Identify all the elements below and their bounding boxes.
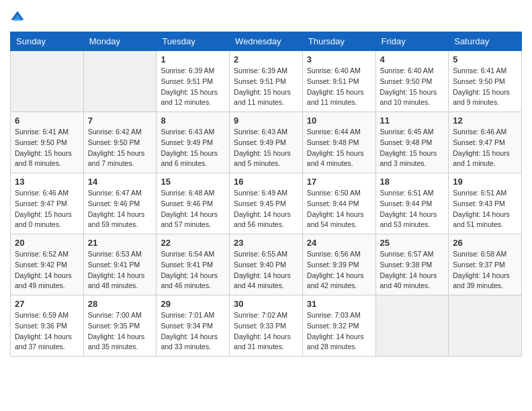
sunset-text: Sunset: 9:49 PM bbox=[234, 138, 298, 148]
day-number: 25 bbox=[380, 238, 445, 248]
day-number: 15 bbox=[161, 177, 225, 187]
sunrise-text: Sunrise: 6:53 AM bbox=[88, 249, 152, 260]
sunset-text: Sunset: 9:35 PM bbox=[88, 321, 152, 332]
day-number: 22 bbox=[161, 238, 225, 248]
daylight-text: Daylight: 15 hours and 6 minutes. bbox=[161, 148, 225, 170]
daylight-text: Daylight: 15 hours and 9 minutes. bbox=[453, 87, 517, 109]
calendar-cell: 22 Sunrise: 6:54 AM Sunset: 9:41 PM Dayl… bbox=[157, 234, 230, 295]
day-info: Sunrise: 6:48 AM Sunset: 9:46 PM Dayligh… bbox=[161, 188, 225, 230]
sunset-text: Sunset: 9:33 PM bbox=[234, 321, 298, 332]
sunset-text: Sunset: 9:43 PM bbox=[453, 199, 517, 210]
daylight-text: Daylight: 15 hours and 1 minute. bbox=[453, 148, 517, 170]
day-info: Sunrise: 6:47 AM Sunset: 9:46 PM Dayligh… bbox=[88, 188, 152, 230]
sunset-text: Sunset: 9:50 PM bbox=[380, 77, 445, 87]
calendar-cell: 18 Sunrise: 6:51 AM Sunset: 9:44 PM Dayl… bbox=[375, 173, 449, 234]
sunset-text: Sunset: 9:36 PM bbox=[15, 321, 79, 332]
daylight-text: Daylight: 14 hours and 53 minutes. bbox=[380, 210, 445, 231]
day-info: Sunrise: 6:51 AM Sunset: 9:43 PM Dayligh… bbox=[453, 188, 517, 230]
daylight-text: Daylight: 14 hours and 49 minutes. bbox=[15, 271, 79, 292]
daylight-text: Daylight: 14 hours and 48 minutes. bbox=[88, 271, 152, 292]
daylight-text: Daylight: 14 hours and 33 minutes. bbox=[161, 332, 225, 353]
sunset-text: Sunset: 9:41 PM bbox=[88, 260, 152, 271]
sunset-text: Sunset: 9:34 PM bbox=[161, 321, 225, 332]
weekday-header: Thursday bbox=[302, 32, 375, 51]
calendar-cell: 25 Sunrise: 6:57 AM Sunset: 9:38 PM Dayl… bbox=[375, 234, 449, 295]
sunrise-text: Sunrise: 6:46 AM bbox=[453, 127, 517, 138]
day-number: 16 bbox=[234, 177, 298, 187]
day-info: Sunrise: 6:43 AM Sunset: 9:49 PM Dayligh… bbox=[234, 127, 298, 169]
weekday-header: Tuesday bbox=[157, 32, 230, 51]
sunrise-text: Sunrise: 6:49 AM bbox=[234, 188, 298, 199]
sunrise-text: Sunrise: 7:00 AM bbox=[88, 310, 152, 321]
calendar-cell: 20 Sunrise: 6:52 AM Sunset: 9:42 PM Dayl… bbox=[11, 234, 84, 295]
sunset-text: Sunset: 9:51 PM bbox=[234, 77, 298, 87]
daylight-text: Daylight: 14 hours and 35 minutes. bbox=[88, 332, 152, 353]
day-info: Sunrise: 6:59 AM Sunset: 9:36 PM Dayligh… bbox=[15, 310, 79, 353]
calendar-week-row: 6 Sunrise: 6:41 AM Sunset: 9:50 PM Dayli… bbox=[11, 112, 522, 173]
day-info: Sunrise: 7:00 AM Sunset: 9:35 PM Dayligh… bbox=[88, 310, 152, 353]
day-info: Sunrise: 6:40 AM Sunset: 9:50 PM Dayligh… bbox=[380, 66, 445, 108]
sunrise-text: Sunrise: 6:51 AM bbox=[380, 188, 445, 199]
sunrise-text: Sunrise: 6:48 AM bbox=[161, 188, 225, 199]
daylight-text: Daylight: 14 hours and 31 minutes. bbox=[234, 332, 298, 353]
weekday-header: Wednesday bbox=[230, 32, 303, 51]
day-info: Sunrise: 6:52 AM Sunset: 9:42 PM Dayligh… bbox=[15, 249, 79, 291]
calendar-header-row: SundayMondayTuesdayWednesdayThursdayFrid… bbox=[11, 32, 522, 51]
calendar-week-row: 20 Sunrise: 6:52 AM Sunset: 9:42 PM Dayl… bbox=[11, 234, 522, 295]
day-info: Sunrise: 6:51 AM Sunset: 9:44 PM Dayligh… bbox=[380, 188, 445, 230]
calendar-cell: 29 Sunrise: 7:01 AM Sunset: 9:34 PM Dayl… bbox=[157, 295, 230, 357]
calendar-cell bbox=[83, 51, 157, 112]
day-info: Sunrise: 6:50 AM Sunset: 9:44 PM Dayligh… bbox=[307, 188, 371, 230]
sunrise-text: Sunrise: 6:54 AM bbox=[161, 249, 225, 260]
daylight-text: Daylight: 14 hours and 39 minutes. bbox=[453, 271, 517, 292]
calendar-cell: 30 Sunrise: 7:02 AM Sunset: 9:33 PM Dayl… bbox=[230, 295, 303, 357]
sunrise-text: Sunrise: 6:47 AM bbox=[88, 188, 152, 199]
page-header bbox=[10, 10, 522, 25]
sunset-text: Sunset: 9:48 PM bbox=[307, 138, 371, 148]
daylight-text: Daylight: 15 hours and 4 minutes. bbox=[307, 148, 371, 170]
calendar-cell: 8 Sunrise: 6:43 AM Sunset: 9:49 PM Dayli… bbox=[157, 112, 230, 173]
sunrise-text: Sunrise: 6:39 AM bbox=[161, 66, 225, 77]
day-info: Sunrise: 6:55 AM Sunset: 9:40 PM Dayligh… bbox=[234, 249, 298, 291]
day-info: Sunrise: 6:41 AM Sunset: 9:50 PM Dayligh… bbox=[453, 66, 517, 108]
calendar-cell: 19 Sunrise: 6:51 AM Sunset: 9:43 PM Dayl… bbox=[449, 173, 522, 234]
sunrise-text: Sunrise: 6:41 AM bbox=[453, 66, 517, 77]
daylight-text: Daylight: 15 hours and 3 minutes. bbox=[380, 148, 445, 170]
day-info: Sunrise: 6:40 AM Sunset: 9:51 PM Dayligh… bbox=[307, 66, 371, 108]
day-info: Sunrise: 6:53 AM Sunset: 9:41 PM Dayligh… bbox=[88, 249, 152, 291]
daylight-text: Daylight: 14 hours and 59 minutes. bbox=[88, 210, 152, 231]
day-number: 11 bbox=[380, 116, 445, 126]
calendar-cell: 9 Sunrise: 6:43 AM Sunset: 9:49 PM Dayli… bbox=[230, 112, 303, 173]
calendar-cell: 13 Sunrise: 6:46 AM Sunset: 9:47 PM Dayl… bbox=[11, 173, 84, 234]
sunrise-text: Sunrise: 6:40 AM bbox=[380, 66, 445, 77]
day-number: 1 bbox=[161, 54, 225, 64]
calendar-week-row: 13 Sunrise: 6:46 AM Sunset: 9:47 PM Dayl… bbox=[11, 173, 522, 234]
calendar-cell: 21 Sunrise: 6:53 AM Sunset: 9:41 PM Dayl… bbox=[83, 234, 157, 295]
day-info: Sunrise: 6:44 AM Sunset: 9:48 PM Dayligh… bbox=[307, 127, 371, 169]
day-info: Sunrise: 6:39 AM Sunset: 9:51 PM Dayligh… bbox=[234, 66, 298, 108]
calendar-cell: 7 Sunrise: 6:42 AM Sunset: 9:50 PM Dayli… bbox=[83, 112, 157, 173]
calendar-cell: 27 Sunrise: 6:59 AM Sunset: 9:36 PM Dayl… bbox=[11, 295, 84, 357]
day-info: Sunrise: 6:58 AM Sunset: 9:37 PM Dayligh… bbox=[453, 249, 517, 291]
day-info: Sunrise: 6:45 AM Sunset: 9:48 PM Dayligh… bbox=[380, 127, 445, 169]
day-number: 13 bbox=[15, 177, 79, 187]
daylight-text: Daylight: 15 hours and 5 minutes. bbox=[234, 148, 298, 170]
sunrise-text: Sunrise: 6:46 AM bbox=[15, 188, 79, 199]
sunrise-text: Sunrise: 6:43 AM bbox=[161, 127, 225, 138]
daylight-text: Daylight: 15 hours and 12 minutes. bbox=[161, 87, 225, 109]
day-number: 10 bbox=[307, 116, 371, 126]
day-number: 18 bbox=[380, 177, 445, 187]
sunset-text: Sunset: 9:46 PM bbox=[88, 199, 152, 210]
sunset-text: Sunset: 9:37 PM bbox=[453, 260, 517, 271]
sunrise-text: Sunrise: 6:40 AM bbox=[307, 66, 371, 77]
sunset-text: Sunset: 9:50 PM bbox=[15, 138, 79, 148]
sunset-text: Sunset: 9:41 PM bbox=[161, 260, 225, 271]
sunset-text: Sunset: 9:38 PM bbox=[380, 260, 445, 271]
day-info: Sunrise: 6:39 AM Sunset: 9:51 PM Dayligh… bbox=[161, 66, 225, 108]
day-number: 7 bbox=[88, 116, 152, 126]
day-number: 31 bbox=[307, 299, 371, 309]
calendar-cell: 26 Sunrise: 6:58 AM Sunset: 9:37 PM Dayl… bbox=[449, 234, 522, 295]
day-info: Sunrise: 6:49 AM Sunset: 9:45 PM Dayligh… bbox=[234, 188, 298, 230]
daylight-text: Daylight: 15 hours and 0 minutes. bbox=[15, 210, 79, 231]
day-number: 28 bbox=[88, 299, 152, 309]
